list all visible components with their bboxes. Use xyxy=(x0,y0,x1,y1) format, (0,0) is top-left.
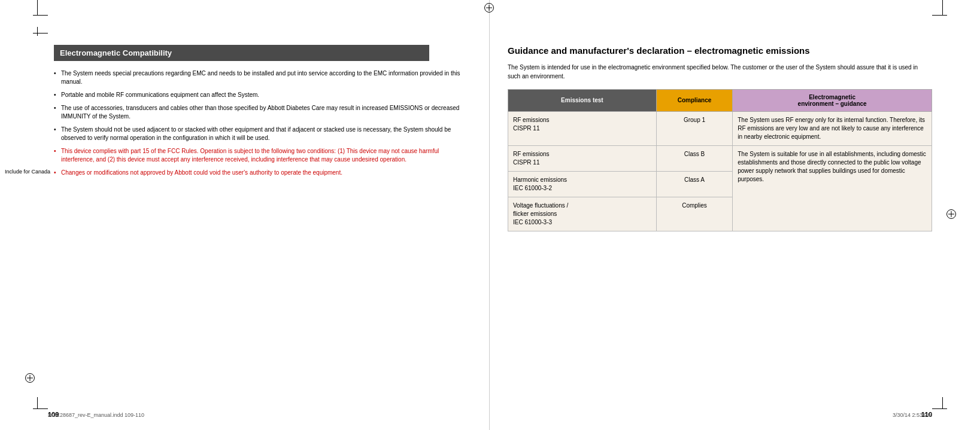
crop-mark-top-right-h xyxy=(932,15,947,16)
section-title: Electromagnetic Compatibility xyxy=(54,45,429,61)
footer-date: 3/30/14 2:53 PM xyxy=(893,412,932,418)
table-header-row: Emissions test Compliance Electromagneti… xyxy=(508,89,932,111)
td-test-3: Harmonic emissionsIEC 61000-3-2 xyxy=(508,171,657,197)
crop-mark-bot-right-h xyxy=(932,408,947,409)
footer-doc-info: DOC28687_rev-E_manual.indd 109-110 xyxy=(48,412,144,418)
guidance-title: Guidance and manufacturer's declaration … xyxy=(508,45,932,57)
bullet-4: The System should not be used adjacent t… xyxy=(54,126,471,142)
crop-mark-top-left-h xyxy=(33,15,48,16)
table-row-1: RF emissionsCISPR 11 Group 1 The System … xyxy=(508,111,932,145)
bullet-5-red: This device complies with part 15 of the… xyxy=(54,147,471,164)
td-test-1: RF emissionsCISPR 11 xyxy=(508,111,657,145)
td-compliance-4: Complies xyxy=(656,197,732,231)
th-emissions-test: Emissions test xyxy=(508,89,657,111)
td-test-2: RF emissionsCISPR 11 xyxy=(508,145,657,171)
crop-mark-top-right-v xyxy=(942,0,943,15)
guidance-intro: The System is intended for use in the el… xyxy=(508,63,932,81)
td-guidance-merged: The System is suitable for use in all es… xyxy=(733,145,932,231)
td-compliance-1: Group 1 xyxy=(656,111,732,145)
td-compliance-2: Class B xyxy=(656,145,732,171)
canada-label: Include for Canada xyxy=(5,169,50,175)
reg-mark-right-mid xyxy=(946,209,956,221)
bullet-2: Portable and mobile RF communications eq… xyxy=(54,91,471,99)
crop-mark-bot-left-v xyxy=(37,397,38,409)
emc-bullet-list: The System needs special precautions reg… xyxy=(54,69,471,177)
crop-mark-bot-left-h xyxy=(33,408,48,409)
bullet-1: The System needs special precautions reg… xyxy=(54,69,471,86)
crop-mark-mid-left-h xyxy=(33,33,48,33)
td-compliance-3: Class A xyxy=(656,171,732,197)
crop-mark-bot-right-v xyxy=(942,397,943,409)
th-environment: Electromagneticenvironment – guidance xyxy=(733,89,932,111)
crop-mark-top-left-v xyxy=(37,0,38,15)
left-page-content: Electromagnetic Compatibility The System… xyxy=(54,45,471,177)
emissions-table: Emissions test Compliance Electromagneti… xyxy=(508,89,932,231)
right-page-content: Guidance and manufacturer's declaration … xyxy=(508,45,932,231)
bullet-3: The use of accessories, transducers and … xyxy=(54,104,471,121)
td-guidance-1: The System uses RF energy only for its i… xyxy=(733,111,932,145)
bullet-6-red: Changes or modifications not approved by… xyxy=(54,169,471,177)
crop-mark-mid-left-v xyxy=(37,27,38,36)
th-compliance: Compliance xyxy=(656,89,732,111)
page-spread: Electromagnetic Compatibility The System… xyxy=(0,0,980,430)
table-row-2: RF emissionsCISPR 11 Class B The System … xyxy=(508,145,932,171)
td-test-4: Voltage fluctuations /flicker emissionsI… xyxy=(508,197,657,231)
left-page: Electromagnetic Compatibility The System… xyxy=(0,0,490,430)
right-page: Guidance and manufacturer's declaration … xyxy=(490,0,980,430)
reg-mark-left-bottom xyxy=(25,373,35,385)
